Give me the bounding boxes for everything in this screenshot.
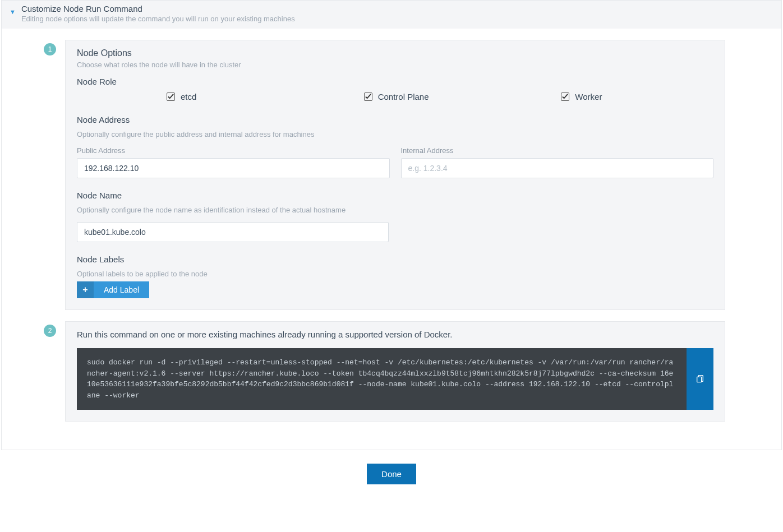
- done-button[interactable]: Done: [367, 464, 416, 484]
- plus-icon: +: [77, 281, 94, 298]
- checkbox-worker[interactable]: [561, 92, 569, 101]
- node-address-subtitle: Optionally configure the public address …: [77, 130, 713, 138]
- public-address-label: Public Address: [77, 146, 390, 155]
- step2-title: Run this command on one or more existing…: [77, 330, 713, 339]
- copy-button[interactable]: [687, 348, 713, 410]
- clipboard-icon: [696, 374, 704, 385]
- node-address-title: Node Address: [77, 115, 713, 124]
- checkbox-control-plane[interactable]: [364, 92, 372, 101]
- node-labels-title: Node Labels: [77, 255, 713, 264]
- node-name-title: Node Name: [77, 191, 713, 200]
- checkbox-etcd[interactable]: [167, 92, 175, 101]
- node-role-label: Node Role: [77, 77, 713, 86]
- step-badge-2: 2: [44, 325, 56, 337]
- panel-subtitle: Editing node options will update the com…: [21, 15, 773, 23]
- chevron-down-icon[interactable]: ▼: [10, 8, 16, 15]
- node-options-title: Node Options: [77, 48, 713, 58]
- public-address-input[interactable]: [77, 158, 390, 178]
- panel-title: Customize Node Run Command: [21, 4, 773, 13]
- role-etcd-label: etcd: [181, 92, 196, 101]
- role-worker-label: Worker: [575, 92, 602, 101]
- node-name-input[interactable]: [77, 222, 389, 242]
- internal-address-label: Internal Address: [401, 146, 714, 155]
- node-name-subtitle: Optionally configure the node name as id…: [77, 206, 713, 214]
- role-control-plane-label: Control Plane: [378, 92, 429, 101]
- svg-rect-1: [697, 377, 702, 382]
- add-label-text: Add Label: [94, 285, 149, 294]
- node-labels-subtitle: Optional labels to be applied to the nod…: [77, 270, 713, 278]
- command-block[interactable]: sudo docker run -d --privileged --restar…: [77, 348, 687, 410]
- add-label-button[interactable]: + Add Label: [77, 281, 149, 298]
- internal-address-input[interactable]: [401, 158, 714, 178]
- node-options-subtitle: Choose what roles the node will have in …: [77, 61, 713, 69]
- panel-header: ▼ Customize Node Run Command Editing nod…: [2, 1, 781, 29]
- step-badge-1: 1: [44, 43, 56, 55]
